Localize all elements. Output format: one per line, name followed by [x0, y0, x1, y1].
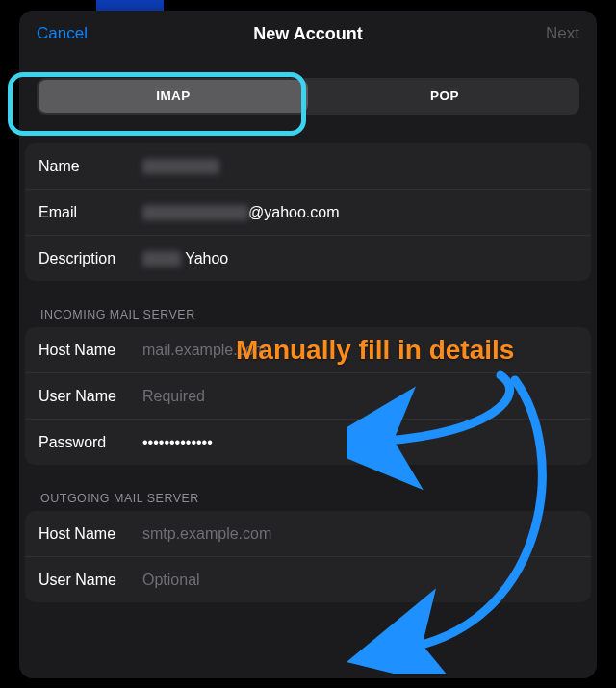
outgoing-host-label: Host Name [38, 525, 142, 543]
incoming-password-row[interactable]: Password ••••••••••••• [25, 419, 591, 465]
outgoing-host-field[interactable]: smtp.example.com [142, 525, 578, 543]
incoming-user-row[interactable]: User Name Required [25, 372, 591, 419]
annotation-text: Manually fill in details [236, 335, 514, 366]
outgoing-user-field[interactable]: Optional [142, 572, 578, 589]
description-row[interactable]: Description xxx Yahoo [25, 235, 591, 281]
segment-pop[interactable]: POP [310, 78, 579, 115]
name-label: Name [38, 158, 142, 175]
email-suffix: @yahoo.com [248, 204, 340, 220]
modal-title: New Account [19, 11, 597, 57]
name-field[interactable]: xxxxxx [142, 158, 578, 175]
protocol-segment[interactable]: IMAP POP [37, 78, 579, 115]
modal-header: Cancel New Account Next [19, 11, 597, 57]
name-row[interactable]: Name xxxxxx [25, 143, 591, 189]
email-field[interactable]: xxxxxxxxx@yahoo.com [142, 204, 578, 221]
email-label: Email [38, 204, 142, 221]
outgoing-group: Host Name smtp.example.com User Name Opt… [25, 511, 591, 602]
screenshot-stage: Cancel New Account Next IMAP POP Name xx… [0, 0, 616, 688]
description-value: Yahoo [185, 250, 228, 267]
outgoing-header: OUTGOING MAIL SERVER [40, 492, 597, 505]
email-row[interactable]: Email xxxxxxxxx@yahoo.com [25, 189, 591, 235]
incoming-host-label: Host Name [38, 342, 142, 359]
outgoing-user-row[interactable]: User Name Optional [25, 556, 591, 602]
incoming-user-label: User Name [38, 388, 142, 405]
outgoing-host-row[interactable]: Host Name smtp.example.com [25, 511, 591, 556]
account-info-group: Name xxxxxx Email xxxxxxxxx@yahoo.com De… [25, 143, 591, 281]
incoming-password-label: Password [38, 434, 142, 451]
incoming-password-field[interactable]: ••••••••••••• [142, 434, 578, 451]
description-field[interactable]: xxx Yahoo [142, 250, 578, 268]
outgoing-user-label: User Name [38, 572, 142, 589]
incoming-header: INCOMING MAIL SERVER [40, 308, 597, 321]
description-label: Description [38, 250, 142, 268]
next-button[interactable]: Next [546, 11, 579, 57]
incoming-user-field[interactable]: Required [142, 388, 578, 405]
segment-imap[interactable]: IMAP [38, 80, 308, 113]
